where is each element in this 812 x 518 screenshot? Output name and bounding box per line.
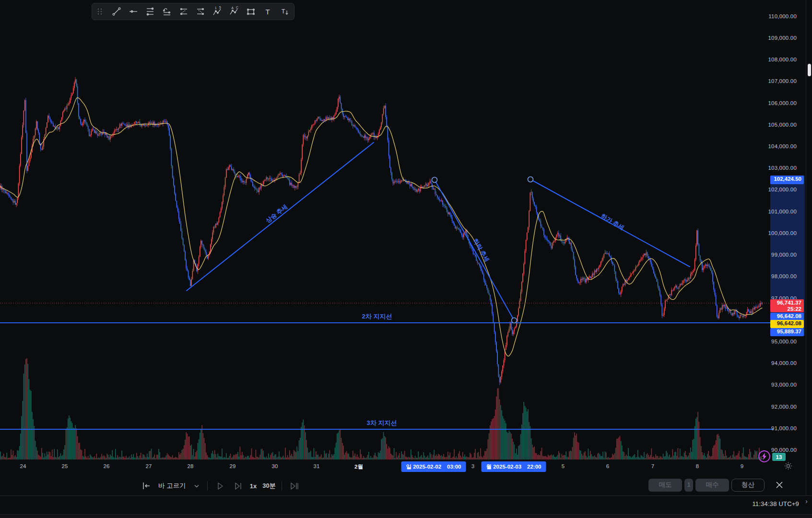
price-tick: 98,000.00 (771, 273, 797, 279)
trading-app: 2차 지지선3차 지지선상승 추세하락 추세하가 추세 15 AC (0, 0, 812, 518)
svg-text:5: 5 (219, 6, 221, 9)
time-tick: 5 (562, 463, 565, 469)
price-tick: 95,000.00 (771, 339, 797, 344)
price-label: 95,889.37 (770, 328, 804, 336)
flat-top-channel-icon[interactable] (195, 6, 206, 17)
time-tick: 6 (606, 463, 609, 469)
jump-to-end-button[interactable] (288, 480, 300, 492)
rectangle-icon[interactable] (245, 6, 257, 17)
datetime-text: 03:00 (447, 464, 461, 470)
trend-line-icon[interactable] (111, 6, 122, 17)
time-tick: 26 (104, 463, 110, 469)
price-label: 96,642.08 (770, 320, 804, 328)
price-axis[interactable]: 110,000.00109,000.00108,000.00107,000.00… (770, 0, 806, 459)
time-tick: 7 (651, 463, 654, 469)
time-tick: 9 (741, 463, 743, 469)
step-forward-button[interactable] (232, 480, 244, 492)
support-lines[interactable] (0, 323, 773, 429)
scrollbar-thumb[interactable] (808, 64, 811, 76)
svg-text:T: T (282, 8, 285, 15)
support-line-label[interactable]: 3차 지지선 (367, 419, 397, 427)
candles (0, 77, 762, 385)
price-tick: 92,000.00 (771, 404, 797, 410)
time-tick: 3 (471, 463, 474, 469)
svg-text:T: T (265, 8, 270, 16)
fib-retracement-icon[interactable] (144, 6, 156, 17)
close-position-button[interactable]: 청산 (731, 479, 765, 492)
time-tick: 8 (696, 463, 699, 469)
datetime-text: 일 2025-02-02 (406, 463, 442, 471)
support-line-label[interactable]: 2차 지지선 (362, 312, 392, 321)
time-tick: 27 (146, 463, 152, 469)
price-tick: 106,000.00 (768, 100, 797, 106)
trend-based-fib-icon[interactable] (161, 6, 173, 17)
anchored-text-icon[interactable]: T (279, 6, 290, 17)
trend-line-handle[interactable] (528, 177, 533, 182)
trend-lines[interactable] (187, 142, 690, 323)
lightning-icon (761, 453, 767, 460)
divider (282, 481, 282, 491)
trend-line-handle[interactable] (432, 177, 437, 183)
drawing-toolbar: 15 AC T T (92, 3, 294, 20)
datetime-text: 월 2025-02-03 (486, 463, 522, 471)
svg-text:C: C (236, 6, 238, 9)
bottom-strip (0, 515, 812, 518)
text-tool-icon[interactable]: T (262, 6, 273, 17)
countdown: 25:22 (770, 306, 801, 312)
datetime-text: 22:00 (527, 464, 541, 470)
expand-panel-chevron[interactable]: › (805, 497, 808, 505)
price-tick: 105,000.00 (768, 122, 797, 128)
boost-button[interactable] (758, 450, 770, 462)
time-tick: 28 (188, 463, 194, 469)
price-label: 102,424.50 (770, 176, 804, 184)
svg-text:A: A (232, 6, 234, 10)
price-tick: 94,000.00 (771, 360, 797, 366)
time-tick: 29 (230, 463, 236, 469)
time-tick: 31 (314, 463, 320, 469)
uptrend-line[interactable] (187, 142, 374, 291)
elliott-impulse-wave-icon[interactable]: 15 (212, 6, 223, 17)
replay-speed[interactable]: 1x (250, 483, 257, 490)
chevron-down-icon[interactable] (192, 481, 201, 491)
price-tick: 102,000.00 (768, 187, 797, 192)
divider (207, 481, 208, 491)
price-tick: 109,000.00 (768, 35, 797, 41)
price-label: 96,741.3725:22 (770, 299, 804, 312)
price-tick: 107,000.00 (768, 78, 797, 84)
play-button[interactable] (213, 480, 226, 492)
time-tick: 25 (62, 463, 68, 469)
trend-line-handle[interactable] (512, 318, 517, 323)
price-tick: 108,000.00 (768, 57, 797, 62)
trade-panel: 매도 1 매수 청산 (648, 478, 784, 492)
close-icon[interactable] (775, 480, 784, 490)
time-tick: 2월 (354, 463, 363, 471)
select-bar-label[interactable]: 바 고르기 (158, 482, 186, 490)
svg-text:1: 1 (215, 6, 217, 10)
price-tick: 99,000.00 (771, 252, 797, 258)
price-tick: 104,000.00 (768, 143, 797, 149)
time-tick: 30 (272, 463, 278, 469)
abc-pattern-icon[interactable]: AC (228, 6, 240, 17)
chart-canvas[interactable] (0, 0, 806, 459)
price-tick: 100,000.00 (768, 230, 797, 236)
replay-datetime-label: 월 2025-02-0322:00 (482, 461, 546, 472)
quantity-button[interactable]: 1 (684, 479, 693, 492)
price-tick: 110,000.00 (768, 13, 797, 19)
time-tick: 24 (20, 463, 26, 469)
buy-button[interactable]: 매수 (695, 479, 729, 492)
price-tick: 93,000.00 (771, 382, 797, 388)
replay-toolbar: 바 고르기 1x 30분 (140, 479, 300, 493)
volume-bars (0, 358, 762, 459)
replay-interval[interactable]: 30분 (262, 482, 275, 490)
price-tick: 90,000.00 (771, 447, 797, 453)
select-bar-icon[interactable] (140, 480, 153, 492)
drag-handle-icon[interactable] (94, 6, 106, 17)
time-axis[interactable]: 24252627282930312월356789일 2025-02-0203:0… (0, 459, 806, 475)
parallel-channel-icon[interactable] (178, 6, 189, 17)
horizontal-ray-icon[interactable] (128, 6, 139, 17)
sell-button[interactable]: 매도 (648, 479, 682, 492)
price-tick: 101,000.00 (768, 209, 797, 214)
downtrend-line[interactable] (435, 180, 514, 320)
price-tick: 103,000.00 (768, 165, 797, 171)
gear-icon[interactable] (784, 462, 792, 470)
